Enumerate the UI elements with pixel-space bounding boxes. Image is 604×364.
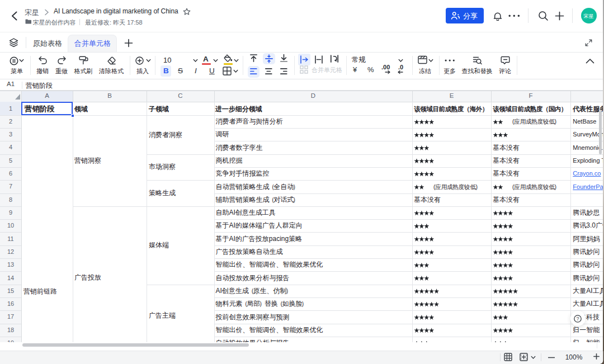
svg-text:?: ? [576,316,579,322]
